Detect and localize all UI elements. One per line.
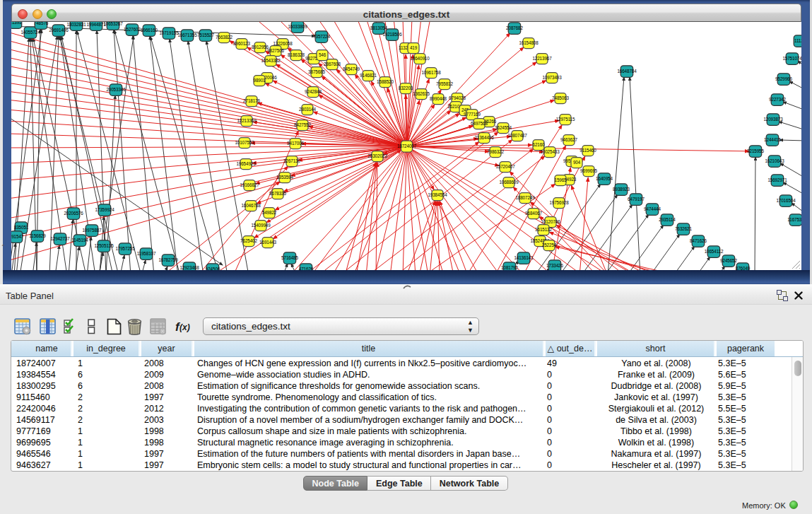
svg-text:7955812: 7955812: [436, 81, 453, 86]
svg-text:10107553: 10107553: [235, 140, 254, 145]
svg-text:1362615: 1362615: [413, 91, 430, 96]
svg-text:1156829: 1156829: [29, 233, 46, 238]
svg-text:19756928: 19756928: [549, 200, 569, 205]
svg-text:8427552: 8427552: [294, 122, 311, 127]
svg-text:14136141: 14136141: [514, 255, 534, 260]
svg-text:7632621: 7632621: [675, 226, 692, 231]
svg-text:15965: 15965: [554, 177, 567, 182]
svg-text:9474444: 9474444: [644, 206, 661, 211]
svg-text:9245652: 9245652: [720, 258, 737, 263]
svg-text:16648784: 16648784: [617, 69, 637, 74]
svg-text:5716485: 5716485: [281, 255, 298, 260]
svg-text:2087682: 2087682: [506, 25, 523, 30]
svg-text:10688609: 10688609: [499, 180, 519, 185]
svg-text:549822: 549822: [262, 210, 277, 215]
svg-text:8471626: 8471626: [690, 238, 707, 243]
svg-text:19218506: 19218506: [382, 32, 402, 37]
svg-text:8678335: 8678335: [269, 191, 286, 196]
svg-text:12942737: 12942737: [50, 236, 70, 241]
svg-text:18724007: 18724007: [397, 144, 417, 148]
svg-text:11958107: 11958107: [137, 251, 156, 256]
svg-text:10973493: 10973493: [542, 75, 562, 80]
svg-text:10654112: 10654112: [705, 249, 724, 254]
svg-text:2867608: 2867608: [324, 62, 341, 66]
svg-text:9463627: 9463627: [560, 137, 577, 142]
svg-text:8938923: 8938923: [613, 187, 630, 192]
svg-text:1244415: 1244415: [764, 137, 781, 142]
svg-text:1167533: 1167533: [787, 217, 801, 222]
svg-text:9777169: 9777169: [464, 112, 481, 117]
svg-text:2803144: 2803144: [299, 107, 316, 112]
svg-text:8186328: 8186328: [288, 52, 305, 57]
svg-text:25302023: 25302023: [367, 153, 387, 158]
svg-text:7357224: 7357224: [313, 34, 330, 39]
svg-text:9227342: 9227342: [769, 97, 786, 102]
svg-text:18032831: 18032831: [66, 22, 86, 27]
svg-text:8960123: 8960123: [233, 41, 250, 46]
svg-text:8990448: 8990448: [430, 96, 447, 101]
svg-text:1353594: 1353594: [276, 175, 293, 180]
svg-text:21364436: 21364436: [474, 135, 494, 140]
svg-text:546: 546: [319, 52, 326, 57]
svg-text:17016504: 17016504: [776, 198, 796, 203]
svg-text:7625402: 7625402: [240, 238, 257, 243]
svg-text:19384554: 19384554: [428, 192, 447, 197]
svg-text:8215955: 8215955: [747, 148, 764, 153]
svg-text:748576: 748576: [34, 22, 49, 25]
svg-text:12213967: 12213967: [532, 56, 552, 61]
svg-text:7485063: 7485063: [552, 95, 569, 100]
svg-text:62160: 62160: [532, 142, 545, 147]
svg-text:16782759: 16782759: [158, 257, 178, 262]
svg-text:15720407: 15720407: [495, 164, 515, 169]
svg-text:1081792: 1081792: [501, 265, 518, 270]
svg-text:8813054: 8813054: [370, 25, 387, 30]
svg-text:8912956: 8912956: [252, 45, 269, 49]
svg-text:9146821: 9146821: [360, 73, 377, 78]
svg-text:9529966: 9529966: [775, 76, 792, 81]
svg-text:9115460: 9115460: [579, 148, 596, 153]
svg-text:8454749: 8454749: [343, 66, 360, 71]
svg-text:10961758: 10961758: [421, 70, 441, 75]
svg-text:1527602: 1527602: [124, 27, 141, 32]
svg-text:18640910: 18640910: [410, 56, 430, 61]
svg-text:1615132: 1615132: [535, 227, 552, 232]
svg-text:7986322: 7986322: [487, 149, 504, 154]
svg-text:3875685: 3875685: [308, 69, 325, 74]
svg-text:9417006: 9417006: [287, 141, 304, 146]
svg-text:2718176: 2718176: [243, 98, 260, 103]
svg-text:10719155: 10719155: [159, 30, 179, 35]
svg-text:391547: 391547: [11, 234, 24, 239]
svg-text:419: 419: [410, 45, 418, 50]
svg-text:14055724: 14055724: [20, 30, 40, 35]
svg-text:15751074: 15751074: [782, 56, 801, 61]
svg-text:6479197: 6479197: [628, 197, 645, 201]
svg-text:6794028: 6794028: [449, 95, 466, 100]
svg-text:10025433: 10025433: [540, 149, 560, 154]
svg-text:471626: 471626: [299, 267, 314, 270]
svg-text:15692971: 15692971: [767, 177, 787, 182]
svg-text:21391: 21391: [11, 22, 22, 25]
svg-text:1733426: 1733426: [546, 263, 563, 268]
svg-text:12093873: 12093873: [763, 117, 783, 122]
svg-text:20053346: 20053346: [106, 87, 126, 92]
svg-text:16033809: 16033809: [288, 24, 307, 29]
svg-text:924506: 924506: [206, 267, 220, 270]
svg-text:17957255: 17957255: [115, 246, 135, 251]
svg-text:9242848: 9242848: [305, 89, 322, 94]
svg-text:252254: 252254: [542, 243, 557, 247]
svg-text:6497568: 6497568: [471, 121, 488, 126]
svg-text:7515527: 7515527: [197, 33, 214, 37]
svg-text:835051: 835051: [14, 225, 29, 230]
svg-text:10120746: 10120746: [541, 219, 560, 224]
svg-text:1640954: 1640954: [596, 176, 613, 181]
svg-text:12505135: 12505135: [94, 243, 114, 248]
svg-text:12975115: 12975115: [556, 117, 575, 122]
svg-text:6966160: 6966160: [141, 28, 158, 33]
svg-text:15409949: 15409949: [251, 223, 271, 228]
svg-text:1145194: 1145194: [71, 238, 88, 243]
svg-text:10807487: 10807487: [507, 133, 527, 138]
svg-text:16046788: 16046788: [241, 203, 261, 208]
svg-text:1588520: 1588520: [377, 79, 394, 84]
svg-text:12213369: 12213369: [237, 118, 257, 123]
svg-text:9699695: 9699695: [580, 168, 597, 173]
